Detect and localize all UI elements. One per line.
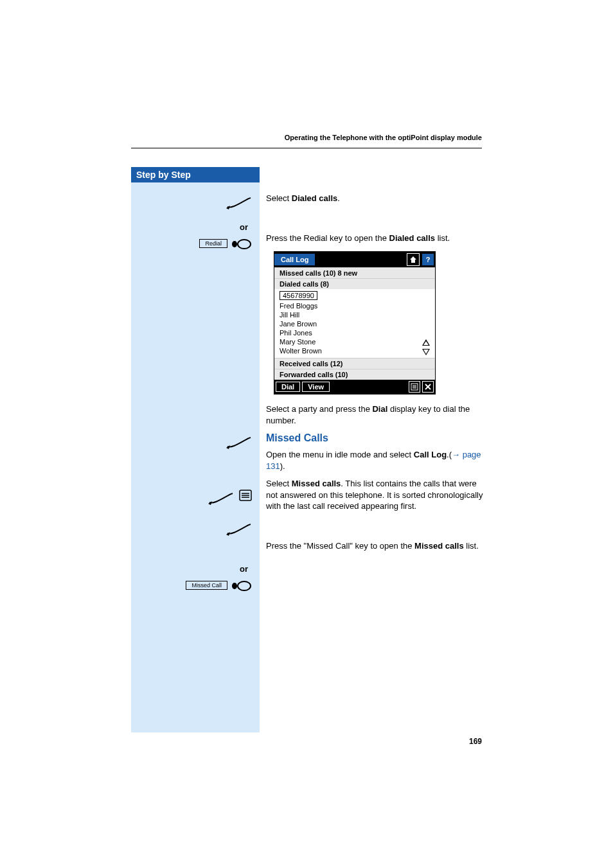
instruction-content: Select Dialed calls. Press the Redial ke… [266, 167, 484, 558]
softkey-close-icon[interactable] [422, 381, 434, 393]
redial-key-label: Redial [199, 239, 227, 248]
step-select-dialed-calls: Select Dialed calls. [266, 193, 484, 204]
call-log-screen: Call Log ? Missed calls (10) 8 new Diale… [274, 251, 436, 394]
step-select-party-dial: Select a party and press the Dial displa… [266, 403, 484, 426]
screen-title: Call Log [274, 254, 315, 265]
or-separator-1: or [131, 218, 260, 238]
touch-gesture-with-menu [131, 488, 260, 508]
help-icon[interactable]: ? [422, 254, 434, 265]
list-item[interactable]: Jill Hill [280, 310, 430, 319]
svg-point-2 [238, 240, 251, 249]
section-missed-calls: Missed Calls [266, 432, 484, 444]
page-number: 169 [469, 737, 482, 746]
missed-call-key-row: Missed Call [131, 578, 260, 598]
svg-point-11 [238, 581, 251, 590]
chevron-down-icon[interactable] [421, 348, 431, 357]
list-item[interactable]: Fred Bloggs [280, 301, 430, 310]
home-icon[interactable] [407, 253, 420, 266]
group-forwarded-calls[interactable]: Forwarded calls (10) [274, 369, 435, 380]
scroll-arrows[interactable] [421, 338, 431, 357]
chevron-up-icon[interactable] [421, 338, 431, 347]
step-press-missed-call-key: Press the "Missed Call" key to open the … [266, 540, 484, 552]
or-label: or [240, 564, 248, 574]
svg-rect-1 [232, 241, 237, 247]
step-select-missed-calls: Select Missed calls. This list contains … [266, 478, 484, 512]
svg-text:?: ? [426, 256, 431, 263]
hardkey-icon [231, 239, 252, 249]
step-open-call-log: Open the menu in idle mode and select Ca… [266, 449, 484, 472]
missed-call-key-label: Missed Call [186, 581, 227, 590]
dialed-calls-list: 45678990 Fred Bloggs Jill Hill Jane Brow… [274, 289, 435, 358]
list-item[interactable]: Wolter Brown [280, 346, 430, 355]
stylus-icon [226, 436, 252, 449]
running-header: Operating the Telephone with the optiPoi… [285, 134, 482, 141]
stylus-icon [226, 197, 252, 209]
stylus-icon [226, 523, 252, 536]
touch-gesture-2 [131, 432, 260, 452]
stylus-icon [208, 492, 234, 505]
list-item[interactable]: Mary Stone [280, 337, 430, 346]
softkey-view[interactable]: View [302, 382, 330, 392]
list-item[interactable]: Phil Jones [280, 328, 430, 337]
softkey-list-icon[interactable] [409, 381, 420, 393]
step-by-step-sidebar: Step by Step or Redial [131, 167, 260, 732]
menu-card-icon [239, 490, 252, 501]
screen-softkey-bar: Dial View [274, 380, 435, 394]
list-item[interactable]: 45678990 [280, 290, 430, 301]
screen-titlebar: Call Log ? [274, 252, 435, 267]
or-label: or [240, 222, 248, 232]
touch-gesture-3 [131, 519, 260, 538]
hardkey-icon [231, 581, 252, 591]
redial-key-row: Redial [131, 236, 260, 256]
header-rule [131, 148, 482, 148]
step-press-redial: Press the Redial key to open the Dialed … [266, 233, 484, 244]
group-dialed-calls[interactable]: Dialed calls (8) [274, 278, 435, 289]
list-item[interactable]: Jane Brown [280, 319, 430, 328]
softkey-dial[interactable]: Dial [276, 382, 300, 392]
group-missed-calls[interactable]: Missed calls (10) 8 new [274, 267, 435, 278]
group-received-calls[interactable]: Received calls (12) [274, 358, 435, 369]
svg-rect-10 [232, 583, 237, 589]
or-separator-2: or [131, 560, 260, 580]
sidebar-title: Step by Step [131, 167, 260, 182]
touch-gesture-1 [131, 193, 260, 212]
